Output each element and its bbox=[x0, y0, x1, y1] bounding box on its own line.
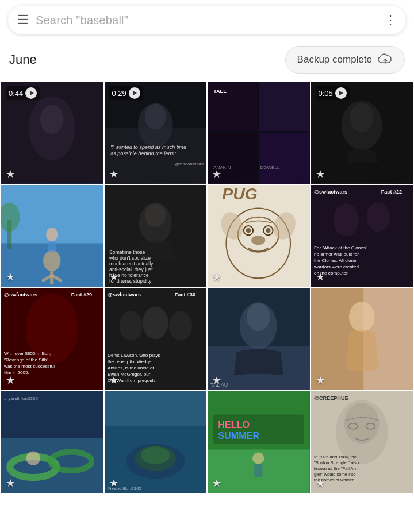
svg-text:SUMMER: SUMMER bbox=[218, 430, 259, 441]
svg-text:@swfactwars: @swfactwars bbox=[314, 189, 347, 195]
star-icon-3[interactable]: ★ bbox=[212, 168, 221, 180]
month-label: June bbox=[9, 52, 37, 67]
svg-text:@swfactwars: @swfactwars bbox=[108, 292, 141, 298]
svg-rect-28 bbox=[48, 241, 56, 252]
video-duration-4: 0:05 bbox=[316, 86, 350, 100]
cloud-icon bbox=[378, 52, 393, 67]
grid-cell-1[interactable]: 0:44 ★ bbox=[1, 82, 103, 184]
svg-text:Fact #29: Fact #29 bbox=[71, 292, 92, 298]
svg-text:"I wanted to spend as much tim: "I wanted to spend as much time bbox=[110, 144, 186, 150]
svg-text:no armor was built for: no armor was built for bbox=[314, 251, 359, 256]
star-icon-13[interactable]: ★ bbox=[6, 477, 15, 489]
grid-cell-14[interactable]: #ryandiillon2365 ★ bbox=[105, 391, 207, 494]
svg-rect-107 bbox=[254, 464, 262, 476]
svg-point-23 bbox=[43, 250, 60, 271]
svg-text:Denis Lawson, who plays: Denis Lawson, who plays bbox=[108, 353, 160, 358]
star-icon-2[interactable]: ★ bbox=[109, 168, 118, 180]
play-button-2[interactable] bbox=[129, 87, 140, 99]
svg-text:With over $850 million,: With over $850 million, bbox=[4, 351, 51, 356]
svg-text:For "Attack of the Clones": For "Attack of the Clones" bbox=[314, 245, 367, 250]
svg-point-70 bbox=[119, 311, 143, 341]
video-duration-1: 0:44 bbox=[6, 86, 40, 100]
grid-cell-11[interactable]: TAL AU ★ bbox=[208, 288, 310, 390]
photo-grid: 0:44 ★ "I wanted to spend as much time a… bbox=[0, 82, 414, 493]
svg-text:PUG: PUG bbox=[222, 185, 258, 203]
star-icon-1[interactable]: ★ bbox=[6, 168, 15, 180]
play-button-1[interactable] bbox=[25, 87, 37, 99]
star-icon-11[interactable]: ★ bbox=[212, 374, 221, 387]
svg-point-20 bbox=[350, 103, 373, 133]
star-icon-8[interactable]: ★ bbox=[316, 271, 325, 283]
backup-label: Backup complete bbox=[297, 54, 372, 65]
svg-point-110 bbox=[344, 403, 379, 444]
svg-rect-14 bbox=[259, 133, 309, 183]
backup-badge[interactable]: Backup complete bbox=[285, 46, 405, 74]
svg-rect-12 bbox=[259, 82, 309, 131]
svg-point-53 bbox=[366, 202, 390, 232]
star-icon-10[interactable]: ★ bbox=[109, 374, 118, 387]
svg-point-33 bbox=[144, 203, 166, 227]
svg-point-93 bbox=[26, 451, 40, 465]
search-input[interactable]: Search "baseball" bbox=[36, 14, 377, 27]
svg-text:gler" would come into: gler" would come into bbox=[314, 472, 355, 477]
star-icon-14[interactable]: ★ bbox=[109, 477, 118, 489]
more-options-icon[interactable]: ⋮ bbox=[384, 13, 397, 28]
svg-point-7 bbox=[144, 104, 166, 130]
svg-text:TALL: TALL bbox=[213, 88, 227, 94]
svg-point-3 bbox=[40, 105, 64, 134]
svg-point-71 bbox=[142, 306, 168, 339]
svg-point-48 bbox=[251, 236, 265, 245]
svg-text:known as the "Fall Arm-: known as the "Fall Arm- bbox=[314, 465, 360, 471]
star-icon-4[interactable]: ★ bbox=[316, 168, 325, 180]
star-icon-7[interactable]: ★ bbox=[212, 271, 221, 283]
svg-point-27 bbox=[46, 228, 57, 241]
grid-cell-13[interactable]: #ryandiillon2365 ★ bbox=[1, 391, 103, 494]
svg-point-106 bbox=[252, 452, 264, 464]
star-icon-12[interactable]: ★ bbox=[316, 374, 325, 387]
svg-point-47 bbox=[266, 228, 270, 233]
svg-text:was the most successful: was the most successful bbox=[3, 364, 55, 369]
info-bar: June Backup complete bbox=[0, 40, 414, 82]
svg-text:who don't socialize: who don't socialize bbox=[109, 255, 151, 260]
grid-cell-10[interactable]: @swfactwars Fact #30 Denis Lawson, who p… bbox=[105, 288, 207, 390]
svg-text:as possible behind the lens.": as possible behind the lens." bbox=[110, 151, 177, 156]
svg-text:the rebel pilot Wedge: the rebel pilot Wedge bbox=[108, 359, 152, 364]
star-icon-15[interactable]: ★ bbox=[212, 477, 221, 489]
svg-text:Antilles, is the uncle of: Antilles, is the uncle of bbox=[108, 365, 154, 371]
menu-icon[interactable]: ☰ bbox=[17, 13, 29, 28]
star-icon-5[interactable]: ★ bbox=[6, 271, 15, 283]
grid-cell-2[interactable]: "I wanted to spend as much time as possi… bbox=[105, 82, 207, 184]
search-bar[interactable]: ☰ Search "baseball" ⋮ bbox=[8, 6, 406, 34]
svg-text:much aren't actually: much aren't actually bbox=[109, 260, 154, 266]
svg-text:@CREEPHUБ: @CREEPHUБ bbox=[314, 395, 348, 401]
svg-text:@swfactwars: @swfactwars bbox=[4, 292, 37, 298]
grid-cell-9[interactable]: @swfactwars Fact #29 With over $850 mill… bbox=[1, 288, 103, 390]
grid-cell-7[interactable]: PUG ★ bbox=[208, 185, 310, 287]
grid-cell-6[interactable]: Sometime those who don't socialize much … bbox=[105, 185, 207, 287]
svg-text:Fact #22: Fact #22 bbox=[381, 189, 401, 195]
star-icon-6[interactable]: ★ bbox=[109, 271, 118, 283]
svg-text:Fact #30: Fact #30 bbox=[174, 292, 195, 298]
svg-text:"Boston Strangler" also: "Boston Strangler" also bbox=[314, 460, 359, 465]
svg-text:DOWELL: DOWELL bbox=[260, 165, 280, 170]
play-button-4[interactable] bbox=[335, 87, 347, 99]
grid-cell-5[interactable]: ★ bbox=[1, 185, 103, 287]
svg-point-52 bbox=[333, 203, 359, 236]
grid-cell-8[interactable]: @swfactwars Fact #22 For "Attack of the … bbox=[311, 185, 413, 287]
grid-cell-3[interactable]: TALL ANAKIN DOWELL ★ bbox=[208, 82, 310, 184]
svg-point-88 bbox=[348, 302, 374, 332]
svg-point-83 bbox=[247, 303, 270, 331]
svg-text:Sometime those: Sometime those bbox=[109, 249, 145, 255]
svg-text:warriors were created: warriors were created bbox=[313, 264, 359, 269]
svg-point-99 bbox=[140, 446, 170, 464]
svg-text:In 1975 and 1986, the: In 1975 and 1986, the bbox=[314, 454, 356, 459]
grid-cell-12[interactable]: ★ bbox=[311, 288, 413, 390]
grid-cell-16[interactable]: @CREEPHUБ In 1975 and 1986, the "Boston … bbox=[311, 391, 413, 494]
grid-cell-15[interactable]: HELLO SUMMER ★ bbox=[208, 391, 310, 494]
svg-text:"Revenge of the Sith": "Revenge of the Sith" bbox=[4, 357, 48, 363]
star-icon-9[interactable]: ★ bbox=[6, 374, 15, 387]
svg-text:#ryandiillon2365: #ryandiillon2365 bbox=[4, 396, 39, 401]
svg-point-72 bbox=[168, 311, 192, 341]
grid-cell-4[interactable]: 0:05 ★ bbox=[311, 82, 413, 184]
star-icon-16[interactable]: ★ bbox=[316, 477, 325, 489]
